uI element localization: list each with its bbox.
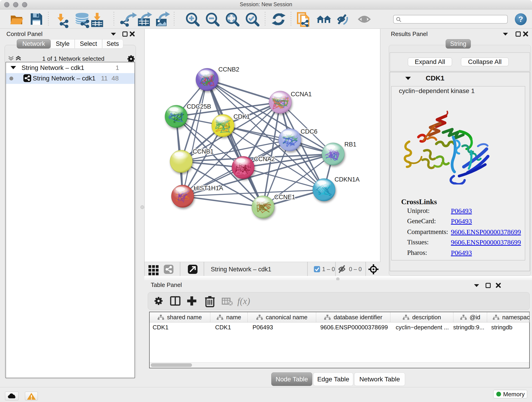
svg-text:f(x): f(x) <box>237 296 250 306</box>
svg-text:CCNB1: CCNB1 <box>193 148 214 155</box>
svg-text:CDC25B: CDC25B <box>187 103 211 110</box>
svg-text:CDC6: CDC6 <box>301 128 317 135</box>
svg-text:String Network – cdk1: String Network – cdk1 <box>211 266 271 273</box>
svg-text:0 – 0: 0 – 0 <box>349 266 362 272</box>
svg-text:CCNA1: CCNA1 <box>291 91 312 98</box>
svg-text:RB1: RB1 <box>344 141 356 148</box>
svg-text:CCNA2: CCNA2 <box>254 156 275 162</box>
svg-text:1 – 0: 1 – 0 <box>322 266 335 272</box>
svg-text:CDKN1A: CDKN1A <box>335 176 360 183</box>
svg-text:HIST1H1A: HIST1H1A <box>194 185 223 191</box>
svg-text:CCNE1: CCNE1 <box>274 194 295 201</box>
svg-text:CDK1: CDK1 <box>234 113 250 120</box>
svg-text:CCNB2: CCNB2 <box>218 66 239 73</box>
